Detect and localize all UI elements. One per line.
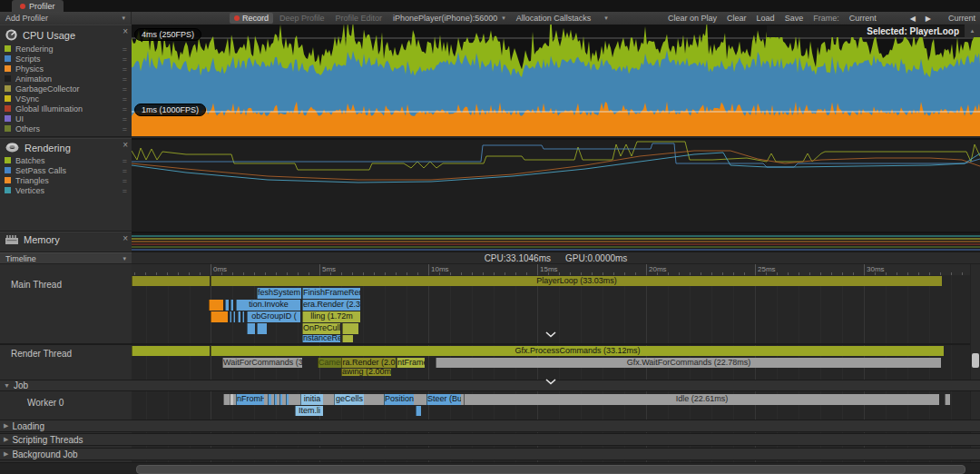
drag-handle-icon[interactable]: =: [122, 176, 127, 185]
legend-item-vsync[interactable]: VSync=: [0, 94, 132, 104]
drag-handle-icon[interactable]: =: [122, 74, 127, 84]
timeline-block-positions[interactable]: Positions: [384, 394, 414, 405]
drag-handle-icon[interactable]: =: [122, 186, 127, 195]
timeline-block-ra-render-2-0[interactable]: ra.Render (2.0: [341, 358, 396, 368]
memory-chart[interactable]: [132, 232, 980, 254]
foldout-arrow-icon[interactable]: ▶: [4, 422, 8, 430]
timeline-block[interactable]: [268, 394, 271, 405]
collapsed-items-chevron-icon[interactable]: [545, 325, 556, 341]
timeline-block[interactable]: [945, 394, 950, 405]
legend-item-vertices[interactable]: Vertices=: [0, 185, 132, 195]
legend-item-triangles[interactable]: Triangles=: [0, 175, 132, 185]
timeline-block[interactable]: [211, 311, 228, 322]
timeline-block-item-li[interactable]: Item.li: [295, 406, 323, 416]
timeline-block-playerloop-33-03ms[interactable]: PlayerLoop (33.03ms): [211, 276, 942, 286]
timeline-block[interactable]: [238, 311, 240, 322]
timeline-block-lling-1-72m[interactable]: lling (1.72m: [302, 311, 360, 322]
timeline-block-waitforcommands-3-4[interactable]: WaitForCommands (3.4: [222, 358, 302, 368]
drag-handle-icon[interactable]: =: [122, 94, 127, 104]
timeline-block-camera[interactable]: Camera: [318, 358, 341, 368]
profile-editor-button[interactable]: Profile Editor: [331, 13, 387, 24]
rendering-chart[interactable]: [132, 138, 980, 233]
next-frame-button[interactable]: ▶: [926, 15, 931, 23]
drag-handle-icon[interactable]: =: [122, 166, 127, 175]
legend-item-scripts[interactable]: Scripts=: [0, 54, 132, 64]
timeline-block[interactable]: [286, 394, 289, 405]
drag-handle-icon[interactable]: =: [122, 124, 127, 133]
legend-item-animation[interactable]: Animation=: [0, 74, 132, 84]
horizontal-scrollbar[interactable]: [0, 462, 980, 474]
allocation-callstacks-dropdown[interactable]: Allocation Callstacks ▾: [512, 14, 612, 23]
timeline-block-awing-2-00m[interactable]: awing (2.00m: [341, 369, 391, 376]
deep-profile-button[interactable]: Deep Profile: [275, 13, 329, 24]
timeline-block[interactable]: [242, 311, 244, 322]
timeline-block-feshsystem[interactable]: feshSystem (: [257, 288, 301, 299]
scroll-up-button[interactable]: ▴: [965, 25, 980, 37]
record-button[interactable]: Record: [230, 13, 273, 24]
save-button[interactable]: Save: [785, 14, 804, 23]
drag-handle-icon[interactable]: =: [122, 84, 127, 94]
timeline-block-gfx-processcommands-33-12ms[interactable]: Gfx.ProcessCommands (33.12ms): [211, 346, 944, 356]
legend-item-global-illumination[interactable]: Global Illumination=: [0, 104, 132, 114]
thread-section-loading[interactable]: ▶Loading: [0, 420, 980, 432]
timeline-block-nfromh[interactable]: nFromH: [236, 394, 264, 405]
timeline-block[interactable]: [257, 323, 267, 334]
timeline-block[interactable]: [230, 300, 233, 311]
timeline-block-onprecull[interactable]: OnPreCull: [302, 323, 340, 334]
timeline-block-gecells[interactable]: geCells: [334, 394, 364, 405]
timeline-block-ntframe[interactable]: ntFrame: [397, 358, 425, 368]
prev-frame-button[interactable]: ◀: [910, 15, 916, 23]
foldout-arrow-icon[interactable]: ▼: [4, 382, 10, 389]
add-profiler-dropdown[interactable]: Add Profiler ▾: [0, 12, 132, 25]
timeline-block-finishframeren[interactable]: FinishFrameRen: [302, 288, 360, 299]
timeline-block[interactable]: [132, 276, 210, 286]
timeline-block-nstancere[interactable]: nstanceRe: [302, 335, 340, 342]
timeline-block[interactable]: [230, 311, 231, 322]
drag-handle-icon[interactable]: =: [122, 104, 127, 114]
timeline-block[interactable]: [279, 394, 282, 405]
current-frame-button[interactable]: Current: [948, 14, 975, 23]
collapsed-items-chevron-icon[interactable]: [545, 372, 556, 389]
drag-handle-icon[interactable]: =: [122, 64, 127, 74]
drag-handle-icon[interactable]: =: [122, 114, 127, 123]
legend-item-rendering[interactable]: Rendering=: [0, 44, 132, 54]
timeline-block[interactable]: [416, 406, 421, 416]
timeline-block-obgroupid[interactable]: obGroupID (: [247, 311, 300, 322]
timeline-block[interactable]: [132, 346, 210, 356]
legend-item-setpass-calls[interactable]: SetPass Calls=: [0, 165, 132, 175]
timeline-block[interactable]: [209, 300, 223, 311]
timeline-block[interactable]: [342, 335, 353, 342]
close-icon[interactable]: ×: [122, 26, 128, 36]
horizontal-scrollbar-thumb[interactable]: [136, 465, 965, 474]
timeline-block-initia[interactable]: initia: [300, 394, 323, 405]
timeline-block[interactable]: [247, 323, 255, 334]
close-icon[interactable]: ×: [122, 233, 128, 243]
thread-section-job[interactable]: ▼Job: [0, 380, 980, 391]
timeline-block[interactable]: [225, 300, 229, 311]
timeline-block[interactable]: [230, 394, 233, 405]
timeline-block[interactable]: [342, 323, 358, 334]
timeline-block-steer-bur[interactable]: Steer (Bur: [426, 394, 461, 405]
legend-item-garbagecollector[interactable]: GarbageCollector=: [0, 84, 132, 94]
legend-item-physics[interactable]: Physics=: [0, 64, 132, 74]
legend-item-ui[interactable]: UI=: [0, 114, 132, 123]
legend-item-others[interactable]: Others=: [0, 123, 132, 133]
timeline-block-era-render-2-3[interactable]: era.Render (2.3: [302, 300, 360, 311]
view-mode-dropdown[interactable]: Timeline ▾: [0, 252, 132, 264]
tab-profiler[interactable]: Profiler: [12, 0, 64, 12]
clear-on-play-button[interactable]: Clear on Play: [668, 14, 717, 23]
close-icon[interactable]: ×: [122, 140, 128, 150]
drag-handle-icon[interactable]: =: [122, 44, 127, 54]
clear-button[interactable]: Clear: [727, 14, 747, 23]
timeline-block-tion-invoke[interactable]: tion.Invoke: [236, 300, 300, 311]
legend-item-batches[interactable]: Batches=: [0, 155, 132, 165]
thread-section-background-job[interactable]: ▶Background Job: [0, 448, 980, 460]
timeline-block-idle-22-61ms[interactable]: Idle (22.61ms): [464, 394, 939, 405]
foldout-arrow-icon[interactable]: ▶: [4, 436, 8, 443]
timeline-block[interactable]: [274, 394, 277, 405]
timeline-block[interactable]: [233, 311, 235, 322]
load-button[interactable]: Load: [757, 14, 775, 23]
target-dropdown[interactable]: iPhonePlayer(iPhone):56000 ▾: [388, 14, 510, 23]
thread-section-scripting-threads[interactable]: ▶Scripting Threads: [0, 433, 980, 446]
foldout-arrow-icon[interactable]: ▶: [4, 450, 8, 458]
